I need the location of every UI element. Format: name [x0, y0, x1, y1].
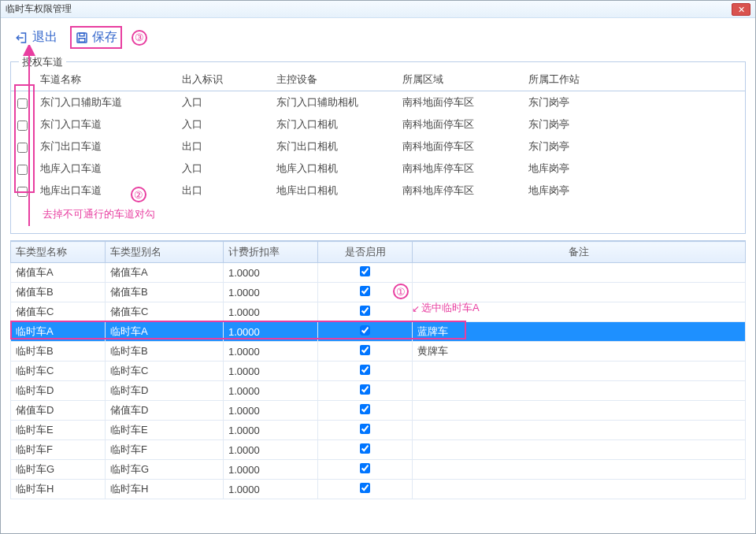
type-header-remark[interactable]: 备注	[413, 242, 746, 263]
lane-cell-io: 入口	[176, 113, 270, 135]
cartype-enable-checkbox[interactable]	[360, 286, 370, 296]
lane-cell-device: 地库入口相机	[270, 158, 396, 180]
cartype-cell-name: 储值车C	[11, 302, 106, 322]
cartype-cell-rate: 1.0000	[224, 381, 318, 401]
cartype-enable-checkbox[interactable]	[360, 424, 370, 434]
cartype-cell-rate: 1.0000	[224, 480, 318, 499]
cartype-enable-checkbox[interactable]	[360, 384, 370, 395]
lane-cell-station: 地库岗亭	[522, 180, 745, 202]
step2-marker: ②	[131, 187, 146, 202]
lane-cell-station: 东门岗亭	[522, 135, 745, 158]
exit-button[interactable]: 退出	[12, 28, 61, 47]
lane-table: 车道名称 出入标识 主控设备 所属区域 所属工作站 东门入口辅助车道入口东门入口…	[11, 69, 745, 202]
cartype-cell-rate: 1.0000	[224, 283, 318, 302]
cartype-cell-alias: 临时车C	[106, 362, 224, 381]
cartype-cell-alias: 临时车A	[106, 322, 224, 342]
lane-cell-station: 东门岗亭	[522, 91, 745, 114]
close-icon[interactable]: ✕	[732, 3, 750, 16]
cartype-cell-remark	[413, 401, 746, 421]
cartype-cell-alias: 临时车E	[106, 421, 224, 440]
step3-marker: ③	[132, 30, 147, 46]
cartype-cell-alias: 储值车D	[106, 401, 224, 421]
lane-row[interactable]: 地库入口车道入口地库入口相机南科地库停车区地库岗亭	[11, 158, 745, 180]
lane-cell-area: 南科地库停车区	[396, 180, 522, 202]
lane-cell-area: 南科地面停车区	[396, 113, 522, 135]
save-button[interactable]: 保存	[70, 26, 122, 49]
exit-icon	[15, 31, 29, 45]
save-icon	[75, 31, 89, 45]
cartype-enable-checkbox[interactable]	[360, 325, 370, 336]
cartype-cell-name: 临时车E	[11, 421, 106, 440]
cartype-cell-name: 储值车D	[11, 401, 106, 421]
lane-cell-area: 南科地库停车区	[396, 158, 522, 180]
cartype-enable-checkbox[interactable]	[360, 483, 370, 493]
lane-cell-area: 南科地面停车区	[396, 135, 522, 158]
cartype-row[interactable]: 临时车E临时车E1.0000	[11, 421, 746, 440]
lane-cell-io: 入口	[176, 91, 270, 114]
lane-row[interactable]: 东门入口车道入口东门入口相机南科地面停车区东门岗亭	[11, 113, 745, 135]
cartype-cell-remark	[413, 421, 746, 440]
lane-cell-io: 出口	[176, 135, 270, 158]
type-header-alias[interactable]: 车类型别名	[106, 242, 224, 263]
cartype-enable-checkbox[interactable]	[360, 266, 370, 276]
cartype-row[interactable]: 储值车A储值车A1.0000	[11, 263, 746, 283]
cartype-row[interactable]: 储值车C储值车C1.0000	[11, 302, 746, 322]
lane-row[interactable]: 地库出口车道出口地库出口相机南科地库停车区地库岗亭	[11, 180, 745, 202]
lane-row[interactable]: 东门入口辅助车道入口东门入口辅助相机南科地面停车区东门岗亭	[11, 91, 745, 114]
cartype-enable-checkbox[interactable]	[360, 404, 370, 414]
cartype-enable-checkbox[interactable]	[360, 365, 370, 375]
cartype-row[interactable]: 临时车C临时车C1.0000	[11, 362, 746, 381]
lane-cell-device: 东门入口相机	[270, 113, 396, 135]
lane-cell-device: 东门出口相机	[270, 135, 396, 158]
lane-header-device[interactable]: 主控设备	[270, 69, 396, 91]
cartype-row[interactable]: 临时车A临时车A1.0000蓝牌车	[11, 322, 746, 342]
lane-row[interactable]: 东门出口车道出口东门出口相机南科地面停车区东门岗亭	[11, 135, 745, 158]
cartype-enable-checkbox[interactable]	[360, 463, 370, 473]
cartype-row[interactable]: 临时车G临时车G1.0000	[11, 460, 746, 480]
lane-checkbox[interactable]	[17, 121, 28, 131]
lane-group: 授权车道 车道名称 出入标识 主控设备 所属区域 所属工作站 东门入口辅助车道入…	[10, 61, 746, 234]
type-header-enable[interactable]: 是否启用	[318, 242, 413, 263]
group-label: 授权车道	[19, 55, 66, 69]
cartype-row[interactable]: 储值车D储值车D1.0000	[11, 401, 746, 421]
cartype-cell-rate: 1.0000	[224, 421, 318, 440]
cartype-enable-checkbox[interactable]	[360, 345, 370, 355]
lane-header-io[interactable]: 出入标识	[176, 69, 270, 91]
cartype-cell-alias: 储值车C	[106, 302, 224, 322]
cartype-cell-name: 临时车D	[11, 381, 106, 401]
lane-header-station[interactable]: 所属工作站	[522, 69, 745, 91]
cartype-cell-rate: 1.0000	[224, 440, 318, 460]
lane-header-name[interactable]: 车道名称	[34, 69, 176, 91]
exit-label: 退出	[32, 29, 57, 46]
cartype-table-wrap: 车类型名称 车类型别名 计费折扣率 是否启用 备注 储值车A储值车A1.0000…	[10, 240, 746, 499]
cartype-cell-name: 储值车A	[11, 263, 106, 283]
cartype-cell-remark	[413, 302, 746, 322]
cartype-enable-checkbox[interactable]	[360, 306, 370, 316]
lane-checkbox[interactable]	[17, 187, 28, 197]
cartype-cell-alias: 临时车D	[106, 381, 224, 401]
cartype-cell-remark	[413, 460, 746, 480]
cartype-table: 车类型名称 车类型别名 计费折扣率 是否启用 备注 储值车A储值车A1.0000…	[10, 241, 746, 499]
type-header-name[interactable]: 车类型名称	[11, 242, 106, 263]
cartype-cell-name: 储值车B	[11, 283, 106, 302]
cartype-cell-alias: 临时车B	[106, 342, 224, 362]
cartype-row[interactable]: 临时车B临时车B1.0000黄牌车	[11, 342, 746, 362]
cartype-row[interactable]: 临时车D临时车D1.0000	[11, 381, 746, 401]
toolbar: 退出 保存 ③	[1, 18, 755, 57]
cartype-cell-alias: 临时车F	[106, 440, 224, 460]
cartype-cell-rate: 1.0000	[224, 302, 318, 322]
lane-cell-name: 东门入口辅助车道	[34, 91, 176, 114]
cartype-enable-checkbox[interactable]	[360, 443, 370, 454]
lane-checkbox[interactable]	[17, 143, 28, 153]
cartype-row[interactable]: 临时车H临时车H1.0000	[11, 480, 746, 499]
cartype-cell-alias: 储值车B	[106, 283, 224, 302]
svg-rect-1	[80, 33, 84, 36]
lane-checkbox[interactable]	[17, 165, 28, 175]
lane-checkbox[interactable]	[17, 98, 28, 109]
remove-hint: 去掉不可通行的车道对勾	[43, 207, 155, 221]
type-header-rate[interactable]: 计费折扣率	[224, 242, 318, 263]
lane-header-area[interactable]: 所属区域	[396, 69, 522, 91]
cartype-row[interactable]: 临时车F临时车F1.0000	[11, 440, 746, 460]
lane-cell-io: 入口	[176, 158, 270, 180]
cartype-row[interactable]: 储值车B储值车B1.0000	[11, 283, 746, 302]
